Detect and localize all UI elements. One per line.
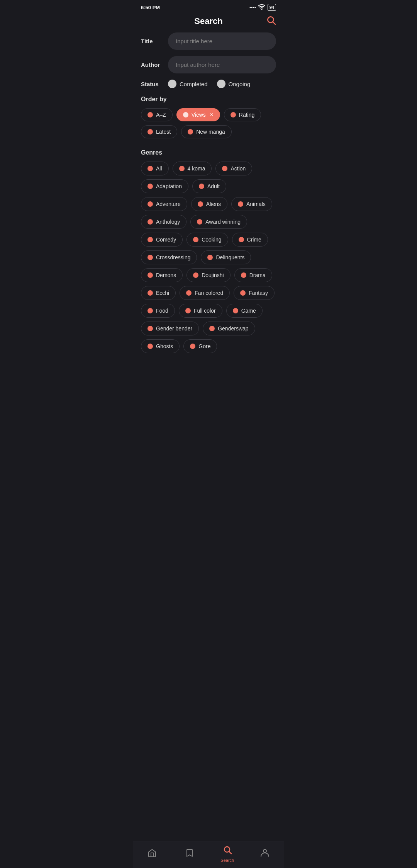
genre-dot (185, 308, 191, 313)
genre-chip-aliens[interactable]: Aliens (191, 197, 227, 211)
author-row: Author (141, 56, 276, 73)
genre-chip-drama[interactable]: Drama (234, 268, 272, 282)
genre-dot (147, 290, 153, 296)
title-input[interactable] (168, 32, 276, 50)
completed-label: Completed (180, 81, 208, 87)
ongoing-radio (217, 80, 225, 88)
genre-chip-full-color[interactable]: Full color (179, 304, 222, 318)
chip-dot-az (147, 112, 153, 117)
nav-search-icon (223, 845, 232, 857)
genre-dot (147, 308, 153, 313)
genre-dot (147, 219, 153, 225)
nav-bookmarks[interactable] (171, 848, 209, 860)
author-label: Author (141, 61, 168, 68)
genre-chip-crossdressing[interactable]: Crossdressing (141, 250, 197, 264)
genre-chip-award-winning[interactable]: Award winning (190, 215, 247, 229)
genre-chip-game[interactable]: Game (226, 304, 263, 318)
genre-chip-adult[interactable]: Adult (192, 179, 226, 193)
genre-chip-all[interactable]: All (141, 162, 169, 175)
genre-label: Adult (207, 183, 220, 189)
genre-chip-ghosts[interactable]: Ghosts (141, 339, 180, 353)
genre-dot (147, 344, 153, 349)
genre-label: Delinquents (216, 254, 244, 260)
genre-chip-delinquents[interactable]: Delinquents (201, 250, 251, 264)
genre-dot (147, 272, 153, 278)
genre-label: Cooking (202, 237, 221, 243)
genre-chip-adventure[interactable]: Adventure (141, 197, 187, 211)
genre-chip-anthology[interactable]: Anthology (141, 215, 186, 229)
genre-label: Gender bender (156, 325, 192, 332)
genre-chip-action[interactable]: Action (215, 162, 252, 175)
nav-search-label: Search (220, 858, 234, 863)
battery-icon: 94 (268, 4, 276, 11)
search-icon[interactable] (266, 15, 276, 27)
nav-profile[interactable] (246, 848, 284, 860)
genre-label: Fan colored (195, 290, 223, 296)
genre-chip-doujinshi[interactable]: Doujinshi (186, 268, 231, 282)
status-ongoing[interactable]: Ongoing (217, 80, 251, 88)
genre-dot (147, 166, 153, 171)
genre-label: Adaptation (156, 183, 182, 189)
chip-latest[interactable]: Latest (141, 125, 177, 138)
nav-search[interactable]: Search (208, 845, 246, 863)
wifi-icon (258, 4, 265, 11)
chip-dot-rating (231, 112, 236, 117)
ongoing-label: Ongoing (229, 81, 251, 87)
genre-chip-genderswap[interactable]: Genderswap (203, 322, 255, 335)
profile-icon (260, 848, 270, 860)
genre-chip-gender-bender[interactable]: Gender bender (141, 322, 199, 335)
genre-dot (147, 237, 153, 242)
title-row: Title (141, 32, 276, 50)
signal-icon: ▪▪▪▪ (249, 5, 256, 10)
genre-label: 4 koma (188, 165, 205, 172)
status-label: Status (141, 81, 168, 87)
genre-dot (179, 166, 185, 171)
completed-radio (168, 80, 176, 88)
genres-title: Genres (141, 149, 276, 156)
status-completed[interactable]: Completed (168, 80, 208, 88)
genre-chip-gore[interactable]: Gore (183, 339, 217, 353)
genre-chip-crime[interactable]: Crime (232, 233, 268, 247)
chip-newmanga[interactable]: New manga (181, 125, 232, 138)
genre-dot (147, 201, 153, 207)
genre-label: Fantasy (249, 290, 268, 296)
genre-chip-4-koma[interactable]: 4 koma (173, 162, 212, 175)
genre-dot (233, 308, 238, 313)
genres-chips: All4 komaActionAdaptationAdultAdventureA… (141, 162, 276, 353)
genre-label: Ghosts (156, 343, 173, 349)
chip-az[interactable]: A–Z (141, 108, 173, 121)
genre-label: Crossdressing (156, 254, 190, 260)
genre-chip-food[interactable]: Food (141, 304, 175, 318)
genre-dot (147, 326, 153, 331)
genre-chip-fantasy[interactable]: Fantasy (234, 286, 275, 300)
author-input[interactable] (168, 56, 276, 73)
chip-dot-newmanga (188, 129, 193, 134)
main-content: Title Author Status Completed Ongoing (133, 32, 284, 392)
genre-dot (199, 184, 204, 189)
page-title: Search (194, 16, 222, 26)
genre-chip-demons[interactable]: Demons (141, 268, 183, 282)
genre-dot (197, 219, 202, 225)
header: Search (133, 13, 284, 32)
genre-chip-ecchi[interactable]: Ecchi (141, 286, 176, 300)
genre-label: Action (231, 165, 246, 172)
chip-rating[interactable]: Rating (224, 108, 261, 121)
genre-chip-adaptation[interactable]: Adaptation (141, 179, 188, 193)
status-icons: ▪▪▪▪ 94 (249, 4, 276, 11)
title-label: Title (141, 38, 168, 44)
genre-chip-comedy[interactable]: Comedy (141, 233, 183, 247)
genre-dot (240, 290, 246, 296)
genre-label: Game (241, 308, 256, 314)
chip-views[interactable]: Views ✕ (176, 108, 220, 121)
svg-line-3 (229, 852, 231, 854)
genre-dot (193, 272, 198, 278)
svg-line-1 (273, 22, 275, 24)
nav-home[interactable] (133, 848, 171, 860)
svg-point-4 (263, 849, 266, 853)
order-by-chips: A–Z Views ✕ Rating Latest New manga (141, 108, 276, 138)
genre-label: Anthology (156, 219, 180, 225)
genre-chip-fan-colored[interactable]: Fan colored (180, 286, 230, 300)
chip-close-views[interactable]: ✕ (210, 112, 214, 117)
genre-chip-animals[interactable]: Animals (231, 197, 272, 211)
genre-chip-cooking[interactable]: Cooking (186, 233, 228, 247)
